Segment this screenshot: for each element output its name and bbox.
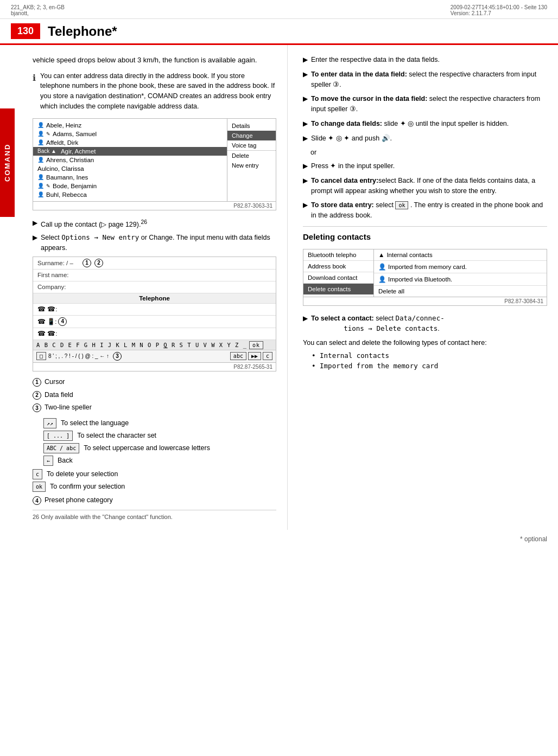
internal-contacts-label: Internal contacts	[386, 252, 432, 258]
person-icon: 👤	[37, 174, 44, 180]
tel-icon2: ☎ 📱:	[37, 318, 56, 325]
delete-row-delete-contacts[interactable]: Delete contacts	[303, 284, 373, 294]
bullet-select-options: ▶ Select Options → New entry or Change. …	[33, 233, 276, 253]
right-bullet-move-cursor: ▶ To move the cursor in the data field: …	[303, 94, 547, 114]
contact-row[interactable]: 👤 Abele, Heinz	[33, 121, 227, 130]
contact-row[interactable]: 👤 ✎ Bode, Benjamin	[33, 182, 227, 190]
bullet-arrow-icon: ▶	[303, 161, 308, 171]
right-bullet-move-cursor-text: To move the cursor in the data field: se…	[311, 94, 547, 114]
option-details[interactable]: Details	[227, 121, 276, 131]
or-text: or	[303, 148, 547, 158]
delete-row-address[interactable]: Address book	[303, 261, 373, 272]
language-key: ↗↗	[43, 418, 56, 428]
bullet-select-text: Select Options → New entry or Change. Th…	[41, 233, 276, 253]
charset-key: [ ... ]	[43, 431, 73, 441]
delete-right-bluetooth[interactable]: 👤 Imported via Bluetooth.	[374, 273, 547, 286]
contact-type-internal: • Internal contacts	[303, 351, 547, 360]
bullet-arrow-icon: ▶	[303, 94, 308, 114]
person-icon: 👤	[37, 131, 44, 137]
contact-name: Bode, Benjamin	[53, 183, 97, 189]
delete-list-inner: Bluetooth telepho Address book Download …	[303, 249, 547, 297]
contact-names: 👤 Abele, Heinz 👤 ✎ Adams, Samuel 👤 Affel…	[33, 119, 227, 201]
person-icon: 👤	[37, 122, 44, 128]
internal-contacts-icon: ▲	[378, 252, 384, 258]
contact-name: Buhl, Rebecca	[46, 191, 87, 198]
confirm-selection-text: To confirm your selection	[50, 482, 125, 492]
company-label: Company:	[37, 284, 81, 290]
delete-contacts-list: Bluetooth telepho Address book Download …	[303, 249, 547, 306]
main-content: vehicle speed drops below about 3 km/h, …	[0, 45, 558, 530]
right-bullet-press: ▶ Press ✦ in the input speller.	[303, 161, 547, 171]
bullet-arrow-icon: ▶	[303, 313, 308, 334]
right-bullet-enter-text: Enter the respective data in the data fi…	[311, 55, 440, 65]
contact-list: 👤 Abele, Heinz 👤 ✎ Adams, Samuel 👤 Affel…	[33, 118, 276, 210]
num-label-1: Cursor	[45, 377, 65, 387]
contact-row[interactable]: 👤 Buhl, Rebecca	[33, 190, 227, 199]
numbered-item-1: 1 Cursor	[33, 377, 276, 387]
contact-row[interactable]: 👤 Ahrens, Christian	[33, 156, 227, 164]
option-change[interactable]: Change	[227, 131, 276, 140]
page-title-bar: 130 Telephone*	[0, 19, 558, 45]
option-delete[interactable]: Delete	[227, 150, 276, 161]
delete-right-internal[interactable]: ▲ Internal contacts	[374, 249, 547, 261]
delete-right-memory[interactable]: 👤 Imported from memory card.	[374, 261, 547, 273]
contact-list-caption: P82.87-3063-31	[33, 201, 276, 210]
contact-row[interactable]: 👤 Baumann, Ines	[33, 173, 227, 182]
back-key: ←	[43, 456, 53, 466]
right-bullet-change-fields-text: To change data fields: slide ✦ ◎ until t…	[311, 119, 509, 129]
badge-3: 3	[113, 352, 122, 361]
info-text: You can enter address data directly in t…	[40, 71, 276, 112]
contact-row[interactable]: 👤 ✎ Adams, Samuel	[33, 130, 227, 138]
right-column: ▶ Enter the respective data in the data …	[288, 45, 558, 530]
numbered-list: 1 Cursor 2 Data field 3 Two-line speller	[33, 377, 276, 413]
right-bullet-cancel: ▶ To cancel data entry:select Back. If o…	[303, 176, 547, 196]
header-right-bottom: Version: 2.11.7.7	[451, 10, 547, 16]
num-badge-3: 3	[33, 403, 41, 412]
numbered-item-2: 2 Data field	[33, 390, 276, 400]
memory-icon: 👤	[378, 263, 386, 271]
bullet-arrow-icon: ▶	[33, 218, 37, 230]
left-column: vehicle speed drops below about 3 km/h, …	[0, 45, 288, 530]
nav-key[interactable]: ▶▶	[248, 352, 261, 360]
num-label-2: Data field	[45, 390, 73, 400]
contact-row[interactable]: Aulcino, Clarissa	[33, 164, 227, 173]
right-bullet-store: ▶ To store data entry: select ok . The e…	[303, 200, 547, 221]
delete-row-download[interactable]: Download contact	[303, 272, 373, 284]
form-row-tel1: ☎ ☎:	[33, 304, 276, 316]
form-caption: P82.87-2565-31	[33, 362, 276, 371]
sub-item-charset: [ ... ] To select the character set	[33, 431, 276, 441]
abc-key[interactable]: abc	[230, 352, 246, 360]
num-label-3: Two-line speller	[45, 402, 92, 413]
ok-key: ok	[33, 482, 46, 492]
speller-special-chars[interactable]: □	[36, 352, 46, 360]
info-box: ℹ You can enter address data directly in…	[33, 71, 276, 112]
speller-controls: □ 8 ' ; , . ? ! - / ( ) @ : _ ← ↑ 3 abc …	[33, 350, 276, 362]
option-voice-tag[interactable]: Voice tag	[227, 140, 276, 150]
contact-row[interactable]: 👤 Affeldt, Dirk	[33, 138, 227, 147]
telephone-header: Telephone	[33, 293, 276, 304]
delete-caption: P82.87-3084-31	[303, 297, 547, 305]
contact-row-selected[interactable]: Back ▲ Agir, Achmet	[33, 147, 227, 156]
bullet-call-text: Call up the contact (▷ page 129).26	[41, 218, 147, 230]
info-icon: ℹ	[33, 72, 36, 112]
tel-icon3: ☎ ☎:	[37, 330, 57, 337]
contact-name: Adams, Samuel	[53, 131, 97, 137]
numbered-item-3: 3 Two-line speller	[33, 402, 276, 413]
delete-row-bluetooth[interactable]: Bluetooth telepho	[303, 249, 373, 261]
optional-note: * optional	[0, 530, 558, 548]
contact-options: Details Change Voice tag Delete New entr…	[227, 119, 276, 201]
delete-right-all[interactable]: Delete all	[374, 286, 547, 297]
delete-left-panel: Bluetooth telepho Address book Download …	[303, 249, 374, 297]
right-bullet-enter-data-text: To enter data in the data field: select …	[311, 69, 547, 90]
sub-item-charset-text: To select the character set	[77, 431, 156, 441]
form-row-tel3: ☎ ☎:	[33, 328, 276, 340]
bullet-arrow-icon: ▶	[303, 176, 308, 196]
c-key[interactable]: c	[263, 352, 272, 360]
speller-right-controls: abc ▶▶ c	[230, 352, 272, 360]
sub-item-language-text: To select the language	[61, 418, 129, 428]
badge-2: 2	[94, 259, 103, 267]
speller-ctrl-text: 8 ' ; , . ? ! - / ( ) @ : _ ← ↑	[48, 353, 109, 359]
sub-item-case-text: To select uppercase and lowercase letter…	[84, 443, 210, 453]
option-new-entry[interactable]: New entry	[227, 161, 276, 170]
person-icon: 👤	[37, 139, 44, 145]
